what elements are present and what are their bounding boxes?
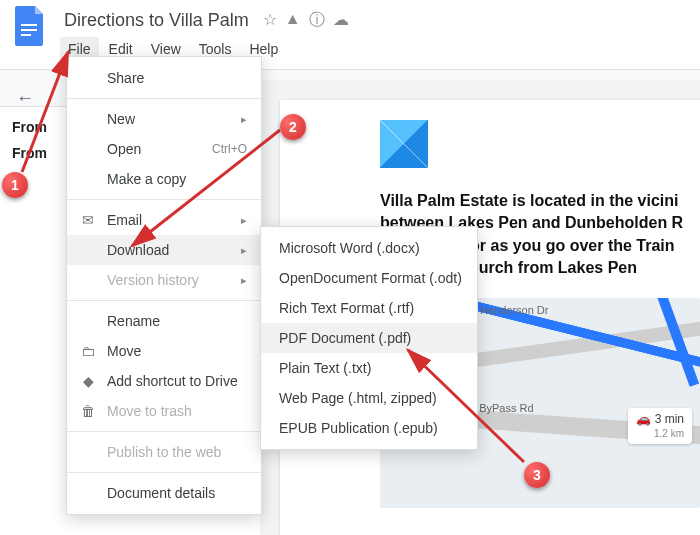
- svg-rect-1: [21, 29, 37, 31]
- trash-icon: 🗑: [79, 403, 97, 419]
- map-road-label-1: Henderson Dr: [480, 304, 548, 316]
- menu-document-details[interactable]: Document details: [67, 478, 261, 508]
- outline-item-2[interactable]: From: [12, 145, 38, 161]
- outline-item-1[interactable]: From: [12, 119, 38, 135]
- menu-open[interactable]: OpenCtrl+O: [67, 134, 261, 164]
- menu-move[interactable]: 🗀Move: [67, 336, 261, 366]
- download-submenu: Microsoft Word (.docx) OpenDocument Form…: [260, 226, 478, 450]
- map-travel-distance: 1.2 km: [654, 428, 684, 439]
- menu-share[interactable]: Share: [67, 63, 261, 93]
- folder-icon: 🗀: [79, 343, 97, 359]
- file-dropdown-menu: Share New▸ OpenCtrl+O Make a copy ✉Email…: [66, 56, 262, 515]
- document-title[interactable]: Directions to Villa Palm: [60, 8, 253, 33]
- chevron-right-icon: ▸: [241, 214, 247, 227]
- shortcut-label: Ctrl+O: [212, 142, 247, 156]
- menu-rename[interactable]: Rename: [67, 306, 261, 336]
- download-pdf[interactable]: PDF Document (.pdf): [261, 323, 477, 353]
- outline-panel: ← From From: [0, 76, 50, 183]
- menu-make-copy[interactable]: Make a copy: [67, 164, 261, 194]
- menu-add-shortcut[interactable]: ◆Add shortcut to Drive: [67, 366, 261, 396]
- info-icon[interactable]: ⓘ: [309, 10, 325, 31]
- menu-publish[interactable]: Publish to the web: [67, 437, 261, 467]
- page-logo-icon: [380, 120, 428, 168]
- download-rtf[interactable]: Rich Text Format (.rtf): [261, 293, 477, 323]
- menu-new[interactable]: New▸: [67, 104, 261, 134]
- annotation-callout-1: 1: [2, 172, 28, 198]
- title-icons: ☆ ▲ ⓘ ☁: [263, 10, 349, 31]
- annotation-callout-3: 3: [524, 462, 550, 488]
- map-travel-badge: 🚗 3 min 1.2 km: [628, 408, 692, 444]
- download-epub[interactable]: EPUB Publication (.epub): [261, 413, 477, 443]
- menu-version-history[interactable]: Version history▸: [67, 265, 261, 295]
- download-txt[interactable]: Plain Text (.txt): [261, 353, 477, 383]
- chevron-right-icon: ▸: [241, 274, 247, 287]
- svg-rect-2: [21, 34, 31, 36]
- chevron-right-icon: ▸: [241, 113, 247, 126]
- gmail-icon: ✉: [79, 212, 97, 228]
- star-icon[interactable]: ☆: [263, 10, 277, 31]
- menu-download[interactable]: Download▸: [67, 235, 261, 265]
- back-arrow-icon[interactable]: ←: [16, 88, 42, 109]
- chevron-right-icon: ▸: [241, 244, 247, 257]
- download-docx[interactable]: Microsoft Word (.docx): [261, 233, 477, 263]
- map-travel-time: 3 min: [655, 412, 684, 426]
- drive-icon[interactable]: ▲: [285, 10, 301, 31]
- download-html[interactable]: Web Page (.html, zipped): [261, 383, 477, 413]
- menu-move-trash[interactable]: 🗑Move to trash: [67, 396, 261, 426]
- menu-email[interactable]: ✉Email▸: [67, 205, 261, 235]
- docs-logo[interactable]: [12, 8, 48, 44]
- annotation-callout-2: 2: [280, 114, 306, 140]
- title-area: Directions to Villa Palm ☆ ▲ ⓘ ☁ File Ed…: [60, 8, 688, 61]
- cloud-icon[interactable]: ☁: [333, 10, 349, 31]
- download-odt[interactable]: OpenDocument Format (.odt): [261, 263, 477, 293]
- drive-shortcut-icon: ◆: [79, 373, 97, 389]
- svg-rect-0: [21, 24, 37, 26]
- map-road-label-2: n ByPass Rd: [470, 402, 534, 414]
